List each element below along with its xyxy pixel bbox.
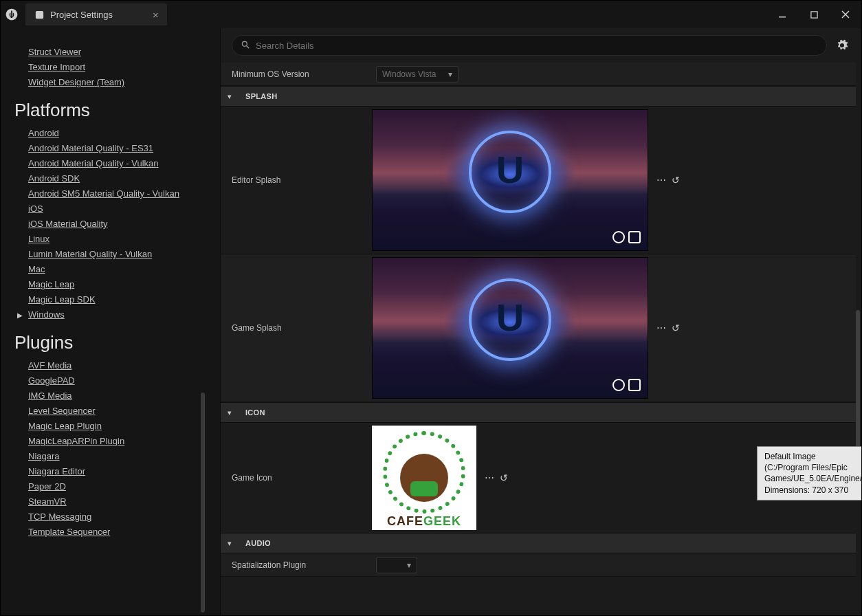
chevron-down-icon: ▾ [448,69,452,79]
svg-rect-0 [779,16,786,18]
svg-rect-1 [810,11,817,17]
svg-line-3 [247,45,250,48]
game-splash-preview[interactable]: U [372,257,648,399]
sidebar-item[interactable]: AVF Media [28,360,220,371]
spatialization-select[interactable]: ▾ [376,557,417,573]
reset-button[interactable]: ↺ [500,472,508,483]
tooltip-line: (C:/Program Files/Epic Games/UE_5.0EA/En… [764,462,861,484]
close-button[interactable] [830,3,861,25]
sidebar: Struct Viewer Texture Import Widget Desi… [1,28,221,615]
tooltip-line: Default Image [764,451,861,462]
row-editor-splash: Editor Splash U ⋯ ↺ [221,107,856,254]
sidebar-item[interactable]: Lumin Material Quality - Vulkan [28,249,220,259]
section-title: SPLASH [245,92,277,100]
game-icon-preview[interactable]: CAFEGEEK [372,426,476,530]
svg-point-2 [242,41,247,46]
row-game-splash: Game Splash U ⋯ ↺ [221,254,856,402]
ue-badge-icon [612,379,641,391]
sidebar-item[interactable]: Linux [28,234,220,244]
sidebar-item[interactable]: Template Sequencer [28,527,220,537]
search-input-wrapper[interactable] [232,35,827,56]
min-os-select[interactable]: Windows Vista ▾ [376,66,458,82]
row-label: Game Icon [221,473,372,483]
row-label: Spatialization Plugin [221,560,372,570]
sidebar-item[interactable]: Android [28,128,220,138]
search-icon [241,40,250,52]
splash-tooltip: Default Image (C:/Program Files/Epic Gam… [757,446,861,500]
sidebar-item[interactable]: Android SDK [28,173,220,184]
view-options-button[interactable] [834,37,850,54]
settings-tab-icon [34,9,45,20]
sidebar-scrollbar[interactable] [201,393,205,613]
ue-logo-icon [1,1,23,28]
sidebar-item[interactable]: Texture Import [28,62,220,72]
editor-splash-preview[interactable]: U [372,109,648,251]
sidebar-item[interactable]: SteamVR [28,496,220,507]
sidebar-item[interactable]: Level Sequencer [28,406,220,416]
browse-button[interactable]: ⋯ [656,175,666,186]
row-label: Editor Splash [221,175,372,185]
sidebar-item[interactable]: Android SM5 Material Quality - Vulkan [28,188,220,199]
browse-button[interactable]: ⋯ [485,472,494,483]
sidebar-item[interactable]: Android Material Quality - Vulkan [28,158,220,168]
tab-close-icon[interactable]: × [153,9,159,21]
sidebar-item[interactable]: Niagara [28,451,220,461]
select-value: Windows Vista [382,69,436,79]
titlebar: Project Settings × [1,1,861,28]
sidebar-item[interactable]: Struct Viewer [28,47,220,57]
sidebar-item[interactable]: Magic Leap SDK [28,294,220,305]
sidebar-header-platforms: Platforms [14,100,220,121]
row-spatialization: Spatialization Plugin ▾ [221,553,856,577]
sidebar-item[interactable]: Magic Leap Plugin [28,421,220,431]
row-label: Minimum OS Version [221,69,372,79]
row-min-os: Minimum OS Version Windows Vista ▾ [221,63,856,86]
app-window: Project Settings × Struct Viewer Texture… [0,0,862,616]
sidebar-item-windows[interactable]: Windows [28,309,220,320]
sidebar-item[interactable]: TCP Messaging [28,512,220,522]
section-title: ICON [245,408,265,417]
section-title: AUDIO [245,539,271,547]
sidebar-item[interactable]: Magic Leap [28,279,220,289]
section-splash[interactable]: ▾ SPLASH [221,86,856,107]
minimize-button[interactable] [766,3,798,25]
sidebar-item[interactable]: Paper 2D [28,481,220,492]
main-panel: Minimum OS Version Windows Vista ▾ ▾ SPL… [221,28,861,615]
sidebar-item[interactable]: MagicLeapARPin Plugin [28,436,220,446]
reset-button[interactable]: ↺ [672,175,680,186]
sidebar-item[interactable]: IMG Media [28,390,220,401]
section-icon[interactable]: ▾ ICON [221,402,856,423]
chevron-down-icon: ▾ [407,560,411,570]
reset-button[interactable]: ↺ [672,322,680,333]
browse-button[interactable]: ⋯ [656,322,666,333]
collapse-icon: ▾ [228,92,237,101]
section-audio[interactable]: ▾ AUDIO [221,533,856,553]
sidebar-item[interactable]: Widget Designer (Team) [28,77,220,87]
sidebar-item[interactable]: Niagara Editor [28,466,220,476]
sidebar-item[interactable]: iOS [28,204,220,214]
ue-badge-icon [612,231,641,243]
maximize-button[interactable] [798,3,830,25]
window-controls [766,3,861,25]
sidebar-item[interactable]: iOS Material Quality [28,219,220,229]
tab-title: Project Settings [50,10,113,20]
tab-project-settings[interactable]: Project Settings × [25,3,167,25]
sidebar-item[interactable]: Mac [28,264,220,274]
row-label: Game Splash [221,323,372,333]
search-bar [221,28,861,63]
collapse-icon: ▾ [228,408,237,417]
tooltip-line: Dimensions: 720 x 370 [764,485,861,496]
collapse-icon: ▾ [228,539,237,548]
sidebar-item[interactable]: GooglePAD [28,375,220,386]
search-input[interactable] [256,41,818,51]
cafegeek-logo-text: CAFEGEEK [387,514,461,529]
sidebar-header-plugins: Plugins [14,332,220,353]
sidebar-item[interactable]: Android Material Quality - ES31 [28,143,220,153]
